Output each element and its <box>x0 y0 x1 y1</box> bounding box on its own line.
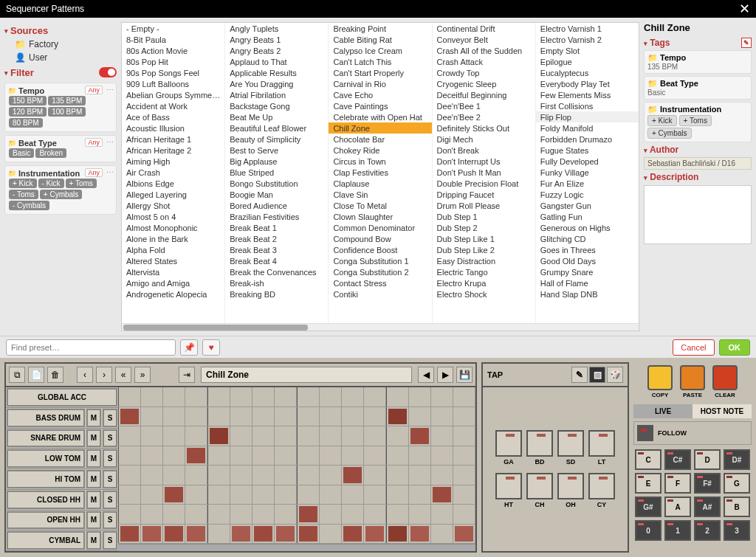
filter-chip[interactable]: 100 BPM <box>48 107 86 117</box>
pad-cy[interactable] <box>588 473 615 499</box>
note-d[interactable]: D <box>694 449 721 470</box>
step-cell[interactable] <box>118 505 141 524</box>
preset-item[interactable]: Crowdy Top <box>433 67 535 78</box>
step-cell[interactable] <box>364 426 386 446</box>
step-cell[interactable] <box>163 525 185 544</box>
note-a[interactable]: A <box>664 497 691 517</box>
preset-item[interactable]: Cave Paintings <box>329 100 431 111</box>
mute-button[interactable]: M <box>86 531 101 550</box>
play-prev-icon[interactable]: ◀ <box>418 367 434 383</box>
preset-item[interactable]: Claplause <box>329 178 431 189</box>
import-icon[interactable]: ⇥ <box>179 367 195 383</box>
step-cell[interactable] <box>275 407 297 426</box>
note-3[interactable]: 3 <box>724 520 750 541</box>
preset-item[interactable]: Don't Interrupt Us <box>433 156 535 167</box>
step-cell[interactable] <box>409 466 431 485</box>
follow-toggle[interactable] <box>637 425 653 441</box>
step-cell[interactable] <box>431 525 453 544</box>
preset-item[interactable]: Epilogue <box>536 56 639 67</box>
source-factory[interactable]: 📁 Factory <box>4 38 117 51</box>
delete-icon[interactable]: 🗑 <box>47 367 63 383</box>
more-icon[interactable]: ⋯ <box>106 168 114 176</box>
step-cell[interactable] <box>118 485 141 505</box>
step-cell[interactable] <box>141 485 163 505</box>
step-cell[interactable] <box>141 387 163 406</box>
mute-button[interactable]: M <box>86 429 101 448</box>
preset-item[interactable]: Clap Festivities <box>329 167 431 178</box>
preset-item[interactable]: Electro Varnish 2 <box>536 34 639 45</box>
paste-icon[interactable]: 📄 <box>28 367 44 383</box>
preset-item[interactable]: Fuzzy Logic <box>536 189 639 200</box>
preset-item[interactable]: Amigo and Amiga <box>122 277 224 288</box>
step-cell[interactable] <box>118 426 141 446</box>
step-cell[interactable] <box>386 525 409 544</box>
preset-item[interactable]: Applaud to That <box>225 56 328 67</box>
preset-item[interactable]: Cable Biting Rat <box>329 34 431 45</box>
mute-button[interactable]: M <box>86 449 101 468</box>
preset-item[interactable]: Conga Substitution 1 <box>329 255 431 266</box>
step-cell[interactable] <box>409 446 431 466</box>
copy-icon[interactable]: ⧉ <box>9 367 25 383</box>
preset-item[interactable]: Celebrate with Open Hat <box>329 111 431 122</box>
preset-item[interactable]: Dub Step Like 1 <box>433 233 535 244</box>
more-icon[interactable]: ⋯ <box>106 86 114 94</box>
note-a#[interactable]: A# <box>694 497 721 517</box>
step-cell[interactable] <box>163 446 185 466</box>
preset-item[interactable]: Chocolate Bar <box>329 134 431 145</box>
step-cell[interactable] <box>431 505 453 524</box>
step-cell[interactable] <box>141 407 163 426</box>
preset-item[interactable]: Conga Substitution 2 <box>329 266 431 277</box>
preset-item[interactable]: Can't Latch This <box>329 56 431 67</box>
preset-item[interactable]: Deceitful Beginning <box>433 89 535 100</box>
preset-item[interactable]: Fugue States <box>536 145 639 156</box>
preset-item[interactable]: Dub Step 2 <box>433 222 535 233</box>
step-cell[interactable] <box>342 446 364 466</box>
preset-item[interactable]: Common Denominator <box>329 222 431 233</box>
preset-item[interactable]: Almost Monophonic <box>122 222 224 233</box>
filter-chip[interactable]: 80 BPM <box>9 118 43 128</box>
step-cell[interactable] <box>163 387 185 406</box>
pad-lt[interactable] <box>588 430 615 457</box>
preset-item[interactable]: Hand Slap DNB <box>536 288 639 300</box>
preset-item[interactable]: Applicable Results <box>225 67 328 78</box>
eraser-icon[interactable]: ▨ <box>589 367 605 383</box>
preset-item[interactable]: Beautiful Leaf Blower <box>225 122 328 134</box>
preset-item[interactable]: Contact Stress <box>329 277 431 288</box>
preset-item[interactable]: Fur An Elize <box>536 178 639 189</box>
preset-item[interactable]: Abelian Groups Symmetries <box>122 89 224 100</box>
pad-ga[interactable] <box>495 430 522 457</box>
preset-item[interactable]: Alleged Layering <box>122 189 224 200</box>
step-cell[interactable] <box>386 426 409 446</box>
step-cell[interactable] <box>431 426 453 446</box>
preset-scrollbar[interactable] <box>122 323 639 331</box>
preset-item[interactable]: Don't Push It Man <box>433 167 535 178</box>
step-cell[interactable] <box>230 505 252 524</box>
prev-icon[interactable]: ‹ <box>77 367 93 383</box>
step-cell[interactable] <box>320 505 342 524</box>
preset-item[interactable]: Funky Village <box>536 167 639 178</box>
step-cell[interactable] <box>364 525 386 544</box>
preset-item[interactable]: Cave Echo <box>329 89 431 100</box>
step-cell[interactable] <box>118 407 141 426</box>
step-cell[interactable] <box>141 466 163 485</box>
step-cell[interactable] <box>297 426 320 446</box>
step-cell[interactable] <box>409 505 431 524</box>
preset-item[interactable]: Dee'n'Bee 1 <box>433 100 535 111</box>
clear-button[interactable] <box>712 365 738 390</box>
step-cell[interactable] <box>163 485 185 505</box>
preset-item[interactable]: Alone in the Bark <box>122 233 224 244</box>
more-icon[interactable]: ⋯ <box>106 138 114 146</box>
preset-item[interactable]: 90s Pop Songs Feel <box>122 67 224 78</box>
step-cell[interactable] <box>364 466 386 485</box>
note-e[interactable]: E <box>635 473 662 494</box>
filter-chip[interactable]: - Cymbals <box>9 201 49 210</box>
step-cell[interactable] <box>409 485 431 505</box>
step-cell[interactable] <box>275 525 297 544</box>
step-cell[interactable] <box>342 466 364 485</box>
step-cell[interactable] <box>431 407 453 426</box>
filter-chip[interactable]: Basic <box>9 148 34 158</box>
step-cell[interactable] <box>386 387 409 406</box>
preset-item[interactable]: Carnival in Rio <box>329 78 431 89</box>
step-cell[interactable] <box>252 407 275 426</box>
preset-item[interactable]: Calypso Ice Cream <box>329 45 431 56</box>
